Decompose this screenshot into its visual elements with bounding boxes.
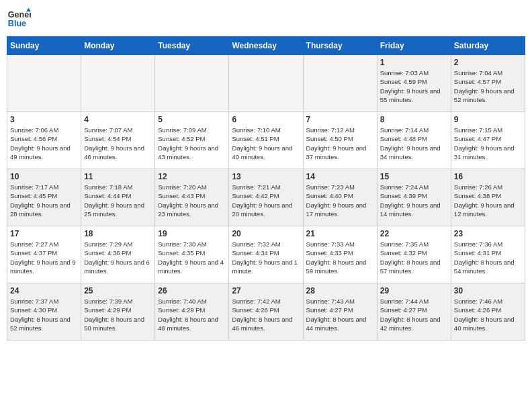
- calendar-cell: [229, 55, 303, 112]
- calendar-cell: 21Sunrise: 7:33 AM Sunset: 4:33 PM Dayli…: [303, 226, 377, 283]
- day-number: 10: [10, 172, 78, 181]
- calendar-cell: [7, 55, 81, 112]
- day-info: Sunrise: 7:09 AM Sunset: 4:52 PM Dayligh…: [158, 126, 226, 161]
- day-info: Sunrise: 7:07 AM Sunset: 4:54 PM Dayligh…: [84, 126, 152, 161]
- calendar-cell: 30Sunrise: 7:46 AM Sunset: 4:26 PM Dayli…: [451, 283, 525, 340]
- calendar-cell: 5Sunrise: 7:09 AM Sunset: 4:52 PM Daylig…: [155, 112, 229, 169]
- day-number: 15: [380, 172, 448, 181]
- calendar-cell: [303, 55, 377, 112]
- day-number: 28: [306, 286, 374, 295]
- day-info: Sunrise: 7:27 AM Sunset: 4:37 PM Dayligh…: [10, 240, 78, 275]
- day-number: 29: [380, 286, 448, 295]
- calendar-cell: 23Sunrise: 7:36 AM Sunset: 4:31 PM Dayli…: [451, 226, 525, 283]
- day-number: 17: [10, 229, 78, 238]
- day-number: 2: [454, 58, 522, 67]
- day-info: Sunrise: 7:40 AM Sunset: 4:29 PM Dayligh…: [158, 297, 226, 332]
- calendar-cell: [81, 55, 155, 112]
- calendar-cell: 16Sunrise: 7:26 AM Sunset: 4:38 PM Dayli…: [451, 169, 525, 226]
- day-info: Sunrise: 7:10 AM Sunset: 4:51 PM Dayligh…: [232, 126, 300, 161]
- logo: General Blue: [7, 7, 31, 31]
- calendar-cell: 14Sunrise: 7:23 AM Sunset: 4:40 PM Dayli…: [303, 169, 377, 226]
- calendar-cell: 18Sunrise: 7:29 AM Sunset: 4:36 PM Dayli…: [81, 226, 155, 283]
- day-info: Sunrise: 7:39 AM Sunset: 4:29 PM Dayligh…: [84, 297, 152, 332]
- calendar-cell: 20Sunrise: 7:32 AM Sunset: 4:34 PM Dayli…: [229, 226, 303, 283]
- calendar-cell: 6Sunrise: 7:10 AM Sunset: 4:51 PM Daylig…: [229, 112, 303, 169]
- day-info: Sunrise: 7:36 AM Sunset: 4:31 PM Dayligh…: [454, 240, 522, 275]
- day-info: Sunrise: 7:15 AM Sunset: 4:47 PM Dayligh…: [454, 126, 522, 161]
- weekday-header: Tuesday: [155, 37, 229, 55]
- calendar-cell: 17Sunrise: 7:27 AM Sunset: 4:37 PM Dayli…: [7, 226, 81, 283]
- calendar-cell: 28Sunrise: 7:43 AM Sunset: 4:27 PM Dayli…: [303, 283, 377, 340]
- calendar-cell: 29Sunrise: 7:44 AM Sunset: 4:27 PM Dayli…: [377, 283, 451, 340]
- calendar-cell: 4Sunrise: 7:07 AM Sunset: 4:54 PM Daylig…: [81, 112, 155, 169]
- day-info: Sunrise: 7:06 AM Sunset: 4:56 PM Dayligh…: [10, 126, 78, 161]
- day-number: 16: [454, 172, 522, 181]
- day-number: 26: [158, 286, 226, 295]
- calendar-cell: 1Sunrise: 7:03 AM Sunset: 4:59 PM Daylig…: [377, 55, 451, 112]
- day-info: Sunrise: 7:24 AM Sunset: 4:39 PM Dayligh…: [380, 183, 448, 218]
- day-number: 9: [454, 115, 522, 124]
- svg-text:Blue: Blue: [8, 19, 26, 28]
- calendar-cell: 11Sunrise: 7:18 AM Sunset: 4:44 PM Dayli…: [81, 169, 155, 226]
- calendar-cell: 8Sunrise: 7:14 AM Sunset: 4:48 PM Daylig…: [377, 112, 451, 169]
- calendar-cell: 13Sunrise: 7:21 AM Sunset: 4:42 PM Dayli…: [229, 169, 303, 226]
- weekday-header: Friday: [377, 37, 451, 55]
- calendar-week-row: 3Sunrise: 7:06 AM Sunset: 4:56 PM Daylig…: [7, 112, 525, 169]
- day-number: 7: [306, 115, 374, 124]
- weekday-header: Saturday: [451, 37, 525, 55]
- calendar-week-row: 1Sunrise: 7:03 AM Sunset: 4:59 PM Daylig…: [7, 55, 525, 112]
- calendar-header-row: SundayMondayTuesdayWednesdayThursdayFrid…: [7, 37, 525, 55]
- day-number: 23: [454, 229, 522, 238]
- day-number: 13: [232, 172, 300, 181]
- calendar-week-row: 10Sunrise: 7:17 AM Sunset: 4:45 PM Dayli…: [7, 169, 525, 226]
- day-info: Sunrise: 7:20 AM Sunset: 4:43 PM Dayligh…: [158, 183, 226, 218]
- day-info: Sunrise: 7:21 AM Sunset: 4:42 PM Dayligh…: [232, 183, 300, 218]
- weekday-header: Thursday: [303, 37, 377, 55]
- day-info: Sunrise: 7:18 AM Sunset: 4:44 PM Dayligh…: [84, 183, 152, 218]
- day-number: 25: [84, 286, 152, 295]
- day-number: 12: [158, 172, 226, 181]
- day-info: Sunrise: 7:04 AM Sunset: 4:57 PM Dayligh…: [454, 68, 522, 104]
- calendar-cell: 2Sunrise: 7:04 AM Sunset: 4:57 PM Daylig…: [451, 55, 525, 112]
- calendar-cell: 26Sunrise: 7:40 AM Sunset: 4:29 PM Dayli…: [155, 283, 229, 340]
- weekday-header: Monday: [81, 37, 155, 55]
- day-number: 14: [306, 172, 374, 181]
- day-info: Sunrise: 7:44 AM Sunset: 4:27 PM Dayligh…: [380, 297, 448, 332]
- calendar-cell: 9Sunrise: 7:15 AM Sunset: 4:47 PM Daylig…: [451, 112, 525, 169]
- day-info: Sunrise: 7:14 AM Sunset: 4:48 PM Dayligh…: [380, 126, 448, 161]
- day-info: Sunrise: 7:33 AM Sunset: 4:33 PM Dayligh…: [306, 240, 374, 275]
- day-info: Sunrise: 7:29 AM Sunset: 4:36 PM Dayligh…: [84, 240, 152, 275]
- day-number: 5: [158, 115, 226, 124]
- calendar-cell: 22Sunrise: 7:35 AM Sunset: 4:32 PM Dayli…: [377, 226, 451, 283]
- day-number: 19: [158, 229, 226, 238]
- day-number: 24: [10, 286, 78, 295]
- day-number: 18: [84, 229, 152, 238]
- day-info: Sunrise: 7:42 AM Sunset: 4:28 PM Dayligh…: [232, 297, 300, 332]
- calendar-week-row: 17Sunrise: 7:27 AM Sunset: 4:37 PM Dayli…: [7, 226, 525, 283]
- header: General Blue: [7, 7, 525, 31]
- weekday-header: Sunday: [7, 37, 81, 55]
- day-info: Sunrise: 7:35 AM Sunset: 4:32 PM Dayligh…: [380, 240, 448, 275]
- day-number: 30: [454, 286, 522, 295]
- day-number: 21: [306, 229, 374, 238]
- day-number: 11: [84, 172, 152, 181]
- day-info: Sunrise: 7:37 AM Sunset: 4:30 PM Dayligh…: [10, 297, 78, 332]
- day-number: 4: [84, 115, 152, 124]
- calendar-cell: 12Sunrise: 7:20 AM Sunset: 4:43 PM Dayli…: [155, 169, 229, 226]
- day-info: Sunrise: 7:43 AM Sunset: 4:27 PM Dayligh…: [306, 297, 374, 332]
- calendar-week-row: 24Sunrise: 7:37 AM Sunset: 4:30 PM Dayli…: [7, 283, 525, 340]
- weekday-header: Wednesday: [229, 37, 303, 55]
- day-number: 27: [232, 286, 300, 295]
- day-info: Sunrise: 7:12 AM Sunset: 4:50 PM Dayligh…: [306, 126, 374, 161]
- day-info: Sunrise: 7:32 AM Sunset: 4:34 PM Dayligh…: [232, 240, 300, 275]
- calendar-cell: 19Sunrise: 7:30 AM Sunset: 4:35 PM Dayli…: [155, 226, 229, 283]
- day-number: 3: [10, 115, 78, 124]
- calendar-cell: 24Sunrise: 7:37 AM Sunset: 4:30 PM Dayli…: [7, 283, 81, 340]
- day-number: 20: [232, 229, 300, 238]
- day-info: Sunrise: 7:30 AM Sunset: 4:35 PM Dayligh…: [158, 240, 226, 275]
- calendar-cell: 15Sunrise: 7:24 AM Sunset: 4:39 PM Dayli…: [377, 169, 451, 226]
- day-info: Sunrise: 7:17 AM Sunset: 4:45 PM Dayligh…: [10, 183, 78, 218]
- day-number: 22: [380, 229, 448, 238]
- calendar-cell: 10Sunrise: 7:17 AM Sunset: 4:45 PM Dayli…: [7, 169, 81, 226]
- day-info: Sunrise: 7:23 AM Sunset: 4:40 PM Dayligh…: [306, 183, 374, 218]
